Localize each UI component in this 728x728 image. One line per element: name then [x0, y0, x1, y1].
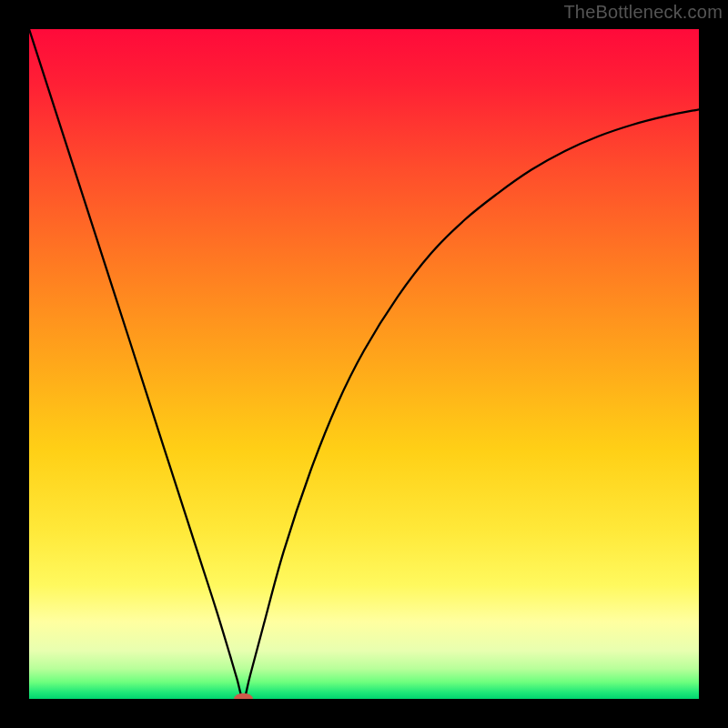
watermark-text: TheBottleneck.com: [563, 2, 723, 23]
gradient-background: [29, 29, 699, 699]
plot-area: [29, 29, 699, 699]
plot-svg: [29, 29, 699, 699]
chart-frame: TheBottleneck.com: [0, 0, 728, 728]
